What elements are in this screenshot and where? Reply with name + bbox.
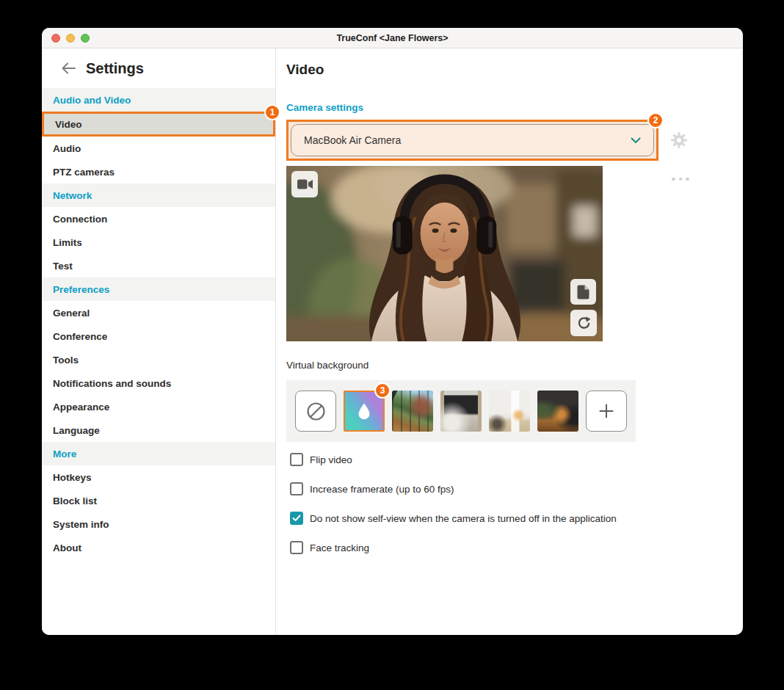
more-options-button[interactable] — [670, 175, 691, 184]
camera-advanced-settings-button[interactable] — [670, 131, 688, 149]
water-drop-icon — [357, 402, 371, 421]
hide-selfview-checkbox-row[interactable]: Do not show self-view when the camera is… — [290, 512, 743, 525]
tutorial-marker-1: 1 — [264, 104, 280, 120]
sidebar-item-ptz-cameras[interactable]: PTZ cameras — [42, 160, 275, 184]
settings-sidebar: Settings Audio and Video Video 1 Audio P… — [42, 48, 276, 635]
document-icon — [577, 285, 589, 299]
video-camera-icon — [297, 179, 313, 189]
sidebar-item-about[interactable]: About — [42, 536, 275, 559]
sidebar-section-audio-and-video: Audio and Video — [42, 88, 275, 112]
blocked-icon — [306, 402, 326, 421]
sidebar-title: Settings — [86, 60, 144, 77]
traffic-lights — [51, 28, 90, 48]
background-add-button[interactable] — [586, 391, 627, 432]
sidebar-section-more: More — [42, 442, 275, 465]
close-button[interactable] — [51, 34, 60, 43]
background-dark-living-room-option[interactable] — [440, 391, 482, 432]
background-bright-room-option[interactable] — [489, 391, 530, 432]
plus-icon — [598, 402, 615, 420]
trueconf-settings-window: TrueConf <Jane Flowers> Settings Audio a… — [42, 28, 743, 635]
sidebar-item-label: Video — [55, 119, 82, 130]
window-title: TrueConf <Jane Flowers> — [336, 33, 448, 43]
sidebar-item-conference[interactable]: Conference — [42, 324, 275, 348]
background-none-option[interactable] — [295, 391, 336, 432]
video-settings-panel: Video Camera settings MacBook Air Camera… — [276, 48, 743, 635]
flip-video-checkbox-row[interactable]: Flip video — [290, 453, 743, 466]
virtual-background-label: Virtual background — [286, 360, 743, 371]
sidebar-item-language[interactable]: Language — [42, 418, 275, 442]
virtual-background-strip: 3 — [286, 380, 636, 442]
sidebar-item-block-list[interactable]: Block list — [42, 489, 275, 512]
page-title: Video — [286, 62, 743, 78]
background-terrace-option[interactable] — [392, 391, 433, 432]
sidebar-section-network: Network — [42, 184, 275, 207]
self-view-video — [286, 166, 603, 341]
sidebar-item-test[interactable]: Test — [42, 254, 275, 277]
back-arrow-icon — [60, 62, 76, 75]
camera-select-value: MacBook Air Camera — [304, 134, 401, 146]
sidebar-item-appearance[interactable]: Appearance — [42, 395, 275, 418]
flip-video-checkbox[interactable] — [290, 453, 303, 466]
background-from-file-button[interactable] — [570, 279, 596, 305]
camera-select-highlight: MacBook Air Camera 2 — [286, 120, 658, 161]
sidebar-item-general[interactable]: General — [42, 301, 275, 324]
increase-framerate-checkbox[interactable] — [290, 482, 303, 495]
camera-preview — [286, 166, 603, 341]
minimize-button[interactable] — [66, 34, 75, 43]
increase-framerate-checkbox-row[interactable]: Increase framerate (up to 60 fps) — [290, 482, 743, 495]
background-loft-office-option[interactable] — [537, 391, 578, 432]
sidebar-item-tools[interactable]: Tools — [42, 348, 275, 371]
window-titlebar: TrueConf <Jane Flowers> — [42, 28, 743, 48]
camera-select[interactable]: MacBook Air Camera — [291, 124, 654, 156]
desktop-background: TrueConf <Jane Flowers> Settings Audio a… — [0, 0, 784, 690]
tutorial-marker-3: 3 — [374, 382, 391, 399]
sidebar-item-limits[interactable]: Limits — [42, 230, 275, 254]
background-blur-option[interactable]: 3 — [344, 391, 385, 432]
ellipsis-icon — [672, 178, 675, 181]
sidebar-item-video[interactable]: Video 1 — [42, 112, 275, 137]
rotate-camera-button[interactable] — [570, 310, 597, 336]
gear-icon — [670, 131, 688, 149]
sidebar-item-hotkeys[interactable]: Hotkeys — [42, 465, 275, 489]
back-button[interactable] — [60, 61, 76, 76]
face-tracking-checkbox[interactable] — [290, 541, 303, 554]
tutorial-marker-2: 2 — [647, 112, 664, 128]
sidebar-section-preferences: Preferences — [42, 277, 275, 301]
check-icon — [292, 515, 301, 522]
chevron-down-icon — [631, 137, 641, 144]
sidebar-nav: Audio and Video Video 1 Audio PTZ camera… — [42, 88, 275, 559]
zoom-button[interactable] — [81, 34, 90, 43]
sidebar-item-audio[interactable]: Audio — [42, 137, 275, 160]
sidebar-item-system-info[interactable]: System info — [42, 512, 275, 536]
toggle-camera-button[interactable] — [291, 171, 318, 197]
camera-settings-label: Camera settings — [286, 102, 743, 113]
sidebar-item-connection[interactable]: Connection — [42, 207, 275, 230]
hide-selfview-checkbox[interactable] — [290, 512, 303, 525]
sidebar-item-notifications-and-sounds[interactable]: Notifications and sounds — [42, 371, 275, 395]
rotate-icon — [576, 316, 592, 331]
face-tracking-checkbox-row[interactable]: Face tracking — [290, 541, 743, 554]
